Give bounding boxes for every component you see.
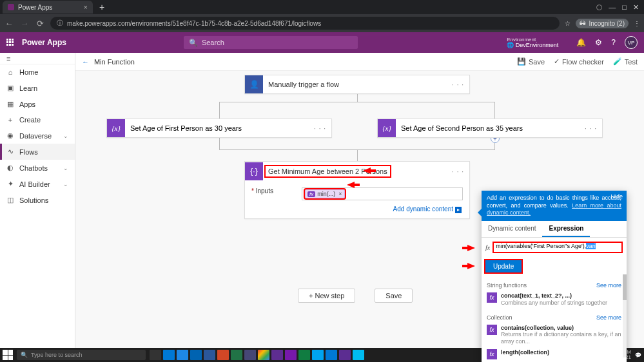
nav-ai-builder[interactable]: ✦AI Builder⌄ [0,176,75,192]
browser-tab-strip: Power Apps × + — □ ✕ [0,0,644,14]
env-value: 🌐 DevEnvironment [507,43,558,48]
annotation-arrow [467,245,475,251]
site-info-icon[interactable]: ⓘ [57,19,63,28]
help-icon[interactable]: ? [611,38,616,47]
skype-icon[interactable] [353,350,364,360]
expression-input[interactable]: min(variables('First Person''s Age'),var… [493,242,623,253]
connector-line [219,102,495,102]
tray-notifications-icon[interactable]: 💬 [635,352,641,358]
nav-collapse-icon[interactable]: ≡ [0,53,75,64]
nav-forward-icon: → [19,19,30,28]
browser-menu-icon[interactable]: ⋮ [634,20,640,27]
avatar[interactable]: VP [625,36,638,49]
function-icon: fx [487,349,497,359]
nav-back-icon[interactable]: ← [4,19,14,28]
card-menu-icon[interactable]: · · · [580,125,602,132]
new-step-button[interactable]: + New step [298,289,355,303]
tab-close-icon[interactable]: × [84,3,88,11]
card-menu-icon[interactable]: · · · [447,81,469,88]
nav-reload-icon[interactable]: ⟳ [35,19,45,28]
nav-chatbots[interactable]: ◐Chatbots⌄ [0,160,75,176]
teams-icon[interactable] [244,350,256,360]
environment-picker[interactable]: Environment 🌐 DevEnvironment [507,37,558,48]
nav-home[interactable]: ⌂Home [0,64,75,80]
address-bar[interactable]: ⓘ make.powerapps.com/environments/51e8f4… [50,17,560,30]
connector-line [219,138,220,149]
window-close-icon[interactable]: ✕ [633,3,639,12]
tab-title: Power Apps [18,4,52,11]
connector-line [219,102,220,119]
function-item-contains[interactable]: fx contains(collection, value)Returns tr… [487,323,621,347]
add-dynamic-content-link[interactable]: Add dynamic content▸ [245,204,469,218]
visual-studio-icon[interactable] [339,350,351,360]
edge-alt-icon[interactable] [326,350,337,360]
settings-gear-icon[interactable]: ⚙ [595,38,602,47]
solutions-icon: ◫ [6,196,14,204]
tab-expression[interactable]: Expression [542,221,590,237]
expression-pill[interactable]: fx min(...) × [305,189,345,198]
save-flow-button[interactable]: Save [375,289,413,303]
see-more-link[interactable]: See more [596,314,621,321]
compose-action-card[interactable]: {·} Get Minimum Age between 2 Persons · … [244,161,470,219]
apps-icon: ▦ [6,100,14,108]
nav-apps[interactable]: ▦Apps [0,96,75,112]
onenote-icon[interactable] [285,350,297,360]
header-search[interactable]: 🔍 Search [184,36,358,49]
task-view-icon[interactable] [150,350,161,360]
nav-learn[interactable]: ▣Learn [0,80,75,96]
function-item-length[interactable]: fx length(collection) [487,347,621,361]
learn-icon: ▣ [6,84,14,92]
app-launcher-icon[interactable] [6,39,14,46]
nav-solutions[interactable]: ◫Solutions [0,192,75,208]
search-icon: 🔍 [189,39,198,47]
popup-scrollbar[interactable] [623,274,627,357]
notifications-icon[interactable]: 🔔 [576,38,586,47]
incognito-icon: 🕶 [580,20,586,27]
trigger-card[interactable]: 👤 Manually trigger a flow · · · [244,75,470,94]
flow-checker-button[interactable]: ✓ Flow checker [554,57,604,66]
expression-popup: Add an expression to do basic things lik… [482,191,627,362]
teams-chat-icon[interactable] [271,350,283,360]
start-button[interactable] [3,350,13,360]
collection-header: Collection [487,314,512,321]
home-icon: ⌂ [6,68,14,76]
nav-dataverse[interactable]: ◉Dataverse⌄ [0,128,75,144]
new-tab-button[interactable]: + [99,2,104,12]
annotation-arrow [363,167,371,174]
excel-file-icon[interactable] [298,350,310,360]
window-maximize-icon[interactable]: □ [622,3,627,11]
browser-tab[interactable]: Power Apps × [3,1,93,14]
hide-button[interactable]: Hide [610,193,623,201]
save-button[interactable]: 💾 Save [517,57,545,66]
update-button[interactable]: Update [485,260,522,272]
inputs-field[interactable]: fx min(...) × [302,187,463,200]
window-minimize-icon[interactable]: — [609,3,616,11]
excel-icon[interactable] [231,350,242,360]
word-icon[interactable] [204,350,215,360]
pill-remove-icon[interactable]: × [338,191,342,197]
variable-card-2[interactable]: {x} Set Age of Second Person as 35 years… [377,119,603,138]
nav-create[interactable]: +Create [0,112,75,128]
audio-indicator-icon [596,5,602,10]
function-item-concat[interactable]: fx concat(text_1, text_2?, ...)Combines … [487,291,621,309]
edge-icon[interactable] [177,350,188,360]
mail-icon[interactable] [163,350,175,360]
bookmark-icon[interactable]: ☆ [565,20,571,27]
left-nav: ≡ ⌂Home ▣Learn ▦Apps +Create ◉Dataverse⌄… [0,53,75,362]
dataverse-icon: ◉ [6,131,14,140]
test-button[interactable]: 🧪 Test [613,57,638,66]
see-more-link[interactable]: See more [596,282,621,289]
nav-flows[interactable]: ∿Flows [0,144,75,160]
tab-dynamic-content[interactable]: Dynamic content [482,221,542,237]
back-icon[interactable]: ← [82,58,89,66]
card-menu-icon[interactable]: · · · [447,168,469,175]
explorer-icon[interactable] [190,350,202,360]
powerpoint-icon[interactable] [217,350,229,360]
card-menu-icon[interactable]: · · · [309,125,331,132]
chrome-icon[interactable] [258,350,269,360]
taskbar-search[interactable]: 🔍Type here to search [17,350,146,360]
windows-icon[interactable] [312,350,324,360]
chevron-down-icon: ⌄ [63,133,68,139]
variable-card-1[interactable]: {x} Set Age of First Person as 30 years … [106,119,332,138]
incognito-badge[interactable]: 🕶 Incognito (2) [576,19,629,28]
